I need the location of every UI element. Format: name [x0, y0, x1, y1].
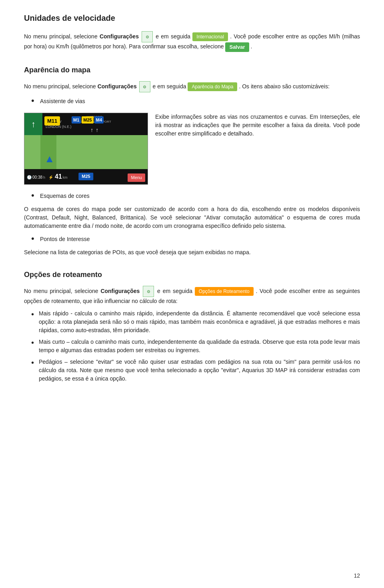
road-badge-m4: M4	[94, 116, 104, 124]
section2-text-middle: e em seguida	[152, 83, 186, 89]
section3-title: Opções de roteamento	[24, 269, 360, 280]
section3-text-before: No menu principal, selecione	[24, 287, 100, 294]
bullet-dot-r1: •	[31, 309, 37, 319]
internacional-label: Internacional	[192, 32, 228, 41]
list-item: • Mais curto – calcula o caminho mais cu…	[31, 338, 360, 355]
assistente-label: Assistente de vias	[40, 97, 85, 106]
bullet-dot-3: •	[31, 234, 38, 243]
map-arrows-group: ↑ ↑	[90, 126, 98, 134]
bullet-poi: • Pontos de Interesse	[31, 235, 360, 243]
map-dist-value: 41	[55, 172, 62, 181]
config-icon-1: ⚙	[142, 31, 153, 42]
map-time-dist: 🕐 00:38 h ⚡ 41 km	[27, 172, 68, 181]
bullet-assistente: • Assistente de vias	[31, 97, 360, 106]
routing-option-3: Pedágios – selecione "evitar" se você nã…	[39, 358, 360, 383]
save-button[interactable]: Salvar	[225, 42, 249, 52]
road-m11: M11	[44, 116, 60, 126]
config-icon-2: ⚙	[139, 81, 150, 92]
section1-bold: Configurações	[100, 33, 139, 40]
map-vehicle-arrow: ▲	[44, 151, 55, 167]
map-clock-icon: 🕐	[27, 174, 32, 180]
esquemas-label: Esquemas de cores	[40, 192, 90, 200]
section2-text-before: No menu principal, selecione	[24, 83, 98, 89]
map-bottom-bar: 🕐 00:38 h ⚡ 41 km M25 Menu	[24, 169, 148, 184]
road-m1-group: M1 M25 M4	[72, 116, 104, 124]
map-turn-arrow: ↑	[24, 113, 42, 135]
bullet-dot-1: •	[31, 96, 38, 105]
map-road-strip: ▲	[24, 135, 148, 169]
opcoes-roteamento-label: Opções de Roteamento	[195, 287, 254, 296]
color-para: O esquema de cores do mapa pode ser cust…	[24, 205, 360, 230]
map-menu-button[interactable]: Menu	[128, 173, 145, 182]
poi-label: Pontos de Interesse	[40, 235, 90, 243]
routing-options-list: • Mais rápido - calcula o caminho mais r…	[31, 309, 360, 383]
assistente-description: Exibe informações sobre as vias nos cruz…	[155, 113, 360, 138]
routing-option-2: Mais curto – calcula o caminho mais curt…	[39, 338, 360, 355]
map-top-bar: ↑ M11 HARLOWLONDON (N.E.) M1 M25 M4 WATF…	[24, 113, 148, 135]
section1-para: No menu principal, selecione Configuraçõ…	[24, 31, 360, 52]
section3-text-middle: e em seguida	[157, 287, 192, 294]
bullet-esquemas: • Esquemas de cores	[31, 192, 360, 200]
section1-period: .	[250, 43, 252, 50]
list-item: • Pedágios – selecione "evitar" se você …	[31, 358, 360, 383]
map-speed-icon: ⚡	[48, 174, 53, 180]
section2-bold: Configurações	[98, 83, 137, 89]
section2-para1: No menu principal, selecione Configuraçõ…	[24, 81, 360, 92]
map-road-m25-bottom: M25	[78, 173, 93, 180]
section3-para1: No menu principal, selecione Configuraçõ…	[24, 286, 360, 305]
section3-bold: Configurações	[100, 287, 140, 294]
section2-text-end: . Os itens abaixo são customizáveis:	[239, 83, 329, 89]
map-time-unit: h	[43, 175, 45, 181]
page-number: 12	[354, 572, 360, 580]
poi-para: Selecione na lista de categorias de POIs…	[24, 248, 360, 257]
arrow-up-2: ↑	[96, 126, 98, 134]
road-badge-m25: M25	[82, 116, 93, 124]
assistente-block: ↑ M11 HARLOWLONDON (N.E.) M1 M25 M4 WATF…	[24, 113, 360, 185]
routing-option-1: Mais rápido - calcula o caminho mais ráp…	[39, 309, 360, 335]
gps-map-image: ↑ M11 HARLOWLONDON (N.E.) M1 M25 M4 WATF…	[24, 113, 148, 185]
config-icon-3: ⚙	[143, 286, 154, 297]
section1-text-middle: e em seguida	[156, 33, 190, 40]
aparencia-label: Aparência do Mapa	[188, 82, 237, 91]
road-badge-m1: M1	[72, 116, 81, 124]
map-time-label: 00:38	[32, 174, 42, 180]
section1-title: Unidades de velocidade	[24, 12, 360, 24]
bullet-dot-r3: •	[31, 358, 37, 367]
arrow-up-1: ↑	[90, 126, 93, 134]
map-dist-unit: km	[63, 175, 68, 181]
section1-text-before: No menu principal, selecione	[24, 33, 100, 40]
bullet-dot-2: •	[31, 191, 38, 200]
bullet-dot-r2: •	[31, 338, 37, 347]
section2-title: Aparência do mapa	[24, 65, 360, 76]
list-item: • Mais rápido - calcula o caminho mais r…	[31, 309, 360, 335]
